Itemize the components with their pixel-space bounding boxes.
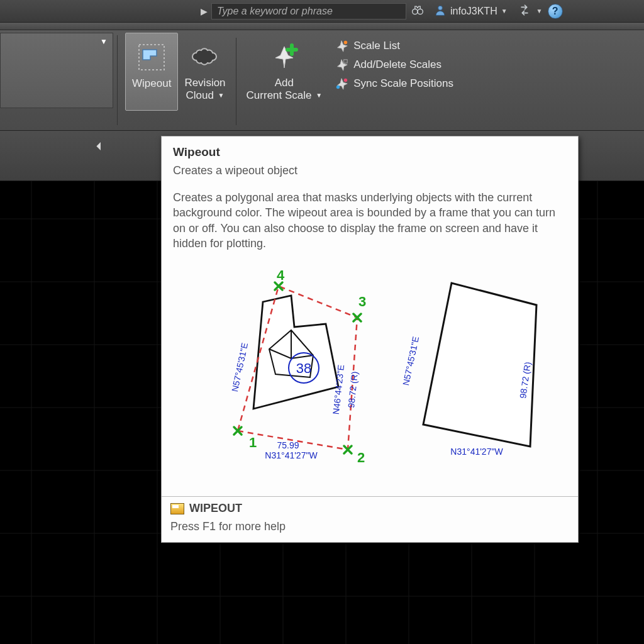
- svg-text:3: 3: [358, 294, 366, 309]
- scale-list-label: Scale List: [353, 40, 400, 52]
- user-account-button[interactable]: infoJ3KTH ▼: [429, 3, 513, 20]
- add-scale-label-l2: Current Scale: [247, 89, 312, 101]
- scale-list-button[interactable]: Scale List: [335, 39, 453, 53]
- wipeout-label: Wipeout: [132, 77, 171, 90]
- exchange-icon[interactable]: [518, 3, 531, 19]
- revision-cloud-icon: [187, 36, 223, 77]
- svg-text:2: 2: [357, 450, 365, 465]
- tooltip-help-hint: Press F1 for more help: [170, 520, 569, 533]
- chevron-down-icon: ▼: [501, 8, 508, 14]
- tooltip-command-name: WIPEOUT: [189, 502, 242, 515]
- svg-point-8: [336, 86, 340, 89]
- tab-strip: [0, 23, 644, 30]
- search-placeholder-text: Type a keyword or phrase: [217, 6, 333, 17]
- svg-rect-7: [344, 60, 348, 64]
- add-delete-scales-icon: [335, 58, 348, 72]
- wipeout-icon: [135, 37, 168, 77]
- chevron-down-icon: ▼: [100, 37, 108, 46]
- svg-text:75.99: 75.99: [277, 440, 299, 450]
- revision-cloud-button[interactable]: Revision Cloud ▼: [178, 33, 231, 111]
- add-scale-icon: [267, 36, 302, 77]
- tooltip-panel: Wipeout Creates a wipeout object Creates…: [161, 136, 579, 543]
- chevron-down-icon: ▼: [218, 92, 225, 99]
- svg-text:4: 4: [277, 267, 285, 283]
- svg-point-9: [344, 79, 348, 82]
- svg-point-1: [418, 9, 423, 14]
- ribbon: ▼ Wipeout Revision Cloud ▼: [0, 30, 644, 131]
- chevron-down-icon: ▼: [316, 92, 322, 99]
- add-current-scale-button[interactable]: Add Current Scale ▼: [240, 33, 329, 111]
- lot-number: 38: [296, 360, 311, 376]
- tooltip-short-desc: Creates a wipeout object: [173, 164, 567, 177]
- svg-text:1: 1: [249, 435, 257, 450]
- divider: [117, 35, 118, 125]
- svg-point-6: [344, 41, 348, 45]
- revision-cloud-label-l2: Cloud: [186, 89, 213, 101]
- wipeout-button[interactable]: Wipeout: [125, 33, 178, 111]
- ribbon-panel-dropdown[interactable]: ▼: [0, 33, 113, 108]
- tooltip-illustration: 38 1 2 3 4: [173, 257, 567, 490]
- svg-text:98.72 (R): 98.72 (R): [346, 371, 360, 409]
- search-input[interactable]: Type a keyword or phrase: [211, 3, 406, 19]
- chevron-down-icon: ▼: [536, 8, 543, 14]
- svg-point-0: [413, 9, 418, 14]
- svg-text:N31°41'27"W: N31°41'27"W: [265, 450, 318, 460]
- svg-text:N57°45'31"E: N57°45'31"E: [230, 342, 250, 393]
- command-icon: [170, 503, 184, 514]
- binoculars-icon[interactable]: [411, 4, 424, 19]
- svg-text:N57°45'31"E: N57°45'31"E: [401, 336, 421, 387]
- add-delete-scales-button[interactable]: Add/Delete Scales: [335, 58, 453, 72]
- divider: [236, 38, 236, 125]
- help-icon[interactable]: ?: [548, 4, 563, 19]
- tooltip-title: Wipeout: [173, 145, 567, 159]
- dialog-launcher-icon[interactable]: ◢: [96, 142, 106, 152]
- sync-scale-icon: [335, 77, 348, 91]
- username-label: infoJ3KTH: [450, 6, 497, 17]
- add-scale-label-l1: Add: [275, 77, 294, 89]
- scale-list-icon: [335, 39, 348, 53]
- svg-text:N31°41'27"W: N31°41'27"W: [450, 447, 503, 457]
- menu-play-icon[interactable]: ▶: [196, 4, 211, 19]
- svg-point-2: [438, 6, 443, 10]
- tooltip-long-desc: Creates a polygonal area that masks unde…: [173, 190, 567, 251]
- sync-scale-label: Sync Scale Positions: [353, 77, 453, 90]
- sync-scale-positions-button[interactable]: Sync Scale Positions: [335, 77, 453, 91]
- revision-cloud-label-l1: Revision: [184, 77, 225, 89]
- add-delete-scales-label: Add/Delete Scales: [353, 58, 441, 71]
- title-bar: ▶ Type a keyword or phrase infoJ3KTH ▼ ▼…: [0, 0, 644, 23]
- person-icon: [434, 4, 447, 19]
